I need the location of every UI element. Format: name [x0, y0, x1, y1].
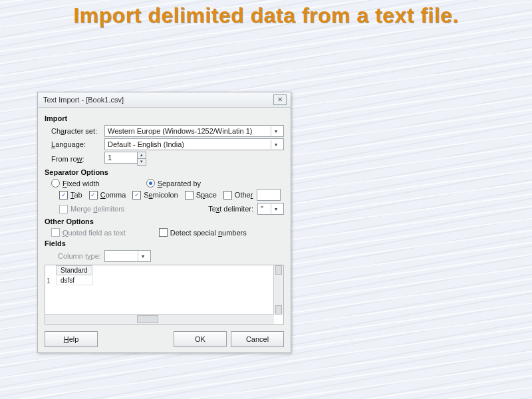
- spin-down-icon[interactable]: ▾: [137, 159, 146, 166]
- check-merge-delimiters[interactable]: Merge delimiters: [59, 205, 124, 213]
- text-delimiter-value: ": [261, 205, 263, 213]
- help-button[interactable]: Help: [45, 331, 98, 347]
- radio-icon: [51, 179, 60, 188]
- chevron-down-icon: ▾: [271, 140, 281, 149]
- close-button[interactable]: ✕: [273, 94, 287, 105]
- row-delimiter-checks: Tab Comma Semicolon Space Other: [45, 189, 284, 201]
- text-delimiter-dropdown[interactable]: " ▾: [257, 203, 284, 215]
- label-merge: Merge delimiters: [70, 205, 124, 213]
- checkbox-icon: [59, 191, 68, 200]
- radio-fixed-width[interactable]: Fixed width: [51, 179, 100, 188]
- chevron-down-icon: ▾: [271, 126, 281, 136]
- label-column-type: Column type:: [51, 252, 104, 260]
- text-delimiter-group: Text delimiter: " ▾: [208, 203, 284, 215]
- check-quoted-field[interactable]: Quoted field as text: [51, 228, 126, 237]
- charset-dropdown[interactable]: Western Europe (Windows-1252/WinLatin 1)…: [104, 125, 284, 137]
- checkbox-icon: [132, 191, 141, 200]
- label-tab: Tab: [70, 191, 82, 199]
- close-icon: ✕: [277, 96, 283, 103]
- chevron-down-icon: ▾: [138, 251, 148, 261]
- slide-background: Import delimited data from a text file. …: [0, 0, 532, 399]
- language-dropdown[interactable]: Default - English (India) ▾: [104, 138, 284, 150]
- section-import-heading: Import: [45, 114, 284, 122]
- text-import-dialog: Text Import - [Book1.csv] ✕ Import Chara…: [37, 92, 291, 353]
- dialog-body: Import Character set: Western Europe (Wi…: [38, 108, 291, 352]
- confirm-button-group: OK Cancel: [174, 331, 284, 347]
- checkbox-icon: [59, 205, 68, 213]
- language-value: Default - English (India): [108, 140, 184, 148]
- section-separator-heading: Separator Options: [45, 168, 284, 176]
- check-comma[interactable]: Comma: [89, 191, 126, 200]
- preview-cell[interactable]: dsfsf: [56, 276, 93, 285]
- row-separator-mode: Fixed width Separated by: [45, 179, 284, 188]
- spin-up-icon[interactable]: ▴: [137, 152, 146, 159]
- checkbox-icon: [89, 191, 98, 200]
- label-detect: Detect special numbers: [170, 229, 247, 237]
- check-other[interactable]: Other: [223, 191, 253, 200]
- help-button-label: Help: [64, 335, 79, 343]
- row-column-type: Column type: ▾: [45, 250, 284, 262]
- dialog-titlebar: Text Import - [Book1.csv] ✕: [38, 92, 291, 108]
- fromrow-input[interactable]: 1: [104, 152, 138, 164]
- label-other: Other: [235, 191, 253, 199]
- label-semicolon: Semicolon: [144, 191, 178, 199]
- section-other-heading: Other Options: [45, 217, 284, 225]
- label-language: Language:: [45, 140, 104, 148]
- ok-button[interactable]: OK: [174, 331, 227, 347]
- preview-column-header[interactable]: Standard: [56, 265, 92, 275]
- radio-icon: [146, 179, 155, 188]
- preview-row-number: 1: [47, 277, 51, 285]
- spinner-buttons[interactable]: ▴ ▾: [137, 152, 146, 166]
- checkbox-icon: [223, 191, 232, 200]
- check-tab[interactable]: Tab: [59, 191, 82, 200]
- label-charset: Character set:: [45, 127, 104, 135]
- section-fields-heading: Fields: [45, 239, 284, 247]
- vertical-scrollbar[interactable]: [273, 265, 283, 315]
- label-comma: Comma: [100, 191, 126, 199]
- row-language: Language: Default - English (India) ▾: [45, 138, 284, 150]
- label-separated-by: Separated by: [158, 180, 201, 188]
- cancel-button[interactable]: Cancel: [231, 331, 284, 347]
- charset-value: Western Europe (Windows-1252/WinLatin 1): [108, 127, 252, 135]
- check-space[interactable]: Space: [185, 191, 217, 200]
- slide-title: Import delimited data from a text file.: [0, 0, 532, 27]
- row-charset: Character set: Western Europe (Windows-1…: [45, 125, 284, 137]
- scrollbar-thumb[interactable]: [137, 315, 158, 323]
- label-space: Space: [196, 191, 217, 199]
- checkbox-icon: [185, 191, 194, 200]
- chevron-down-icon: ▾: [271, 204, 281, 213]
- radio-separated-by[interactable]: Separated by: [146, 179, 201, 188]
- row-other-options: Quoted field as text Detect special numb…: [45, 228, 284, 237]
- row-fromrow: From row: 1 ▴ ▾: [45, 152, 284, 166]
- check-semicolon[interactable]: Semicolon: [132, 191, 178, 200]
- horizontal-scrollbar[interactable]: [45, 314, 274, 324]
- label-fromrow: From row:: [45, 155, 104, 163]
- dialog-button-row: Help OK Cancel: [45, 331, 284, 347]
- dialog-title: Text Import - [Book1.csv]: [43, 96, 124, 104]
- row-merge-textdelim: Merge delimiters Text delimiter: " ▾: [45, 203, 284, 215]
- label-text-delimiter: Text delimiter:: [208, 205, 253, 213]
- column-type-dropdown[interactable]: ▾: [104, 250, 151, 262]
- label-fixed-width: Fixed width: [63, 180, 100, 188]
- checkbox-icon: [159, 228, 168, 237]
- fromrow-spinner[interactable]: 1 ▴ ▾: [104, 152, 146, 166]
- other-delimiter-input[interactable]: [257, 189, 281, 201]
- check-detect-special[interactable]: Detect special numbers: [159, 228, 247, 237]
- checkbox-icon: [51, 228, 60, 237]
- fields-preview[interactable]: Standard 1 dsfsf: [45, 265, 284, 325]
- label-quoted: Quoted field as text: [63, 229, 126, 237]
